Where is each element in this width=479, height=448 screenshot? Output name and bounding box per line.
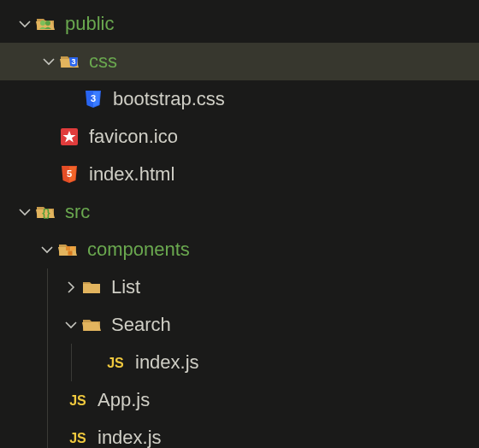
tree-item-index-html[interactable]: index.html [0, 156, 479, 193]
tree-item-label: Search [111, 315, 171, 335]
tree-item-label: App.js [98, 390, 150, 410]
css-file-icon [82, 88, 104, 110]
chevron-down-icon [39, 55, 58, 68]
folder-icon [80, 276, 103, 298]
folder-icon [80, 314, 103, 336]
folder-shared-icon [34, 13, 56, 35]
tree-item-label: index.html [89, 164, 174, 185]
tree-item-bootstrap-css[interactable]: bootstrap.css [0, 80, 479, 118]
tree-item-list[interactable]: List [0, 268, 479, 306]
tree-item-search-index-js[interactable]: index.js [0, 344, 479, 381]
tree-item-label: bootstrap.css [113, 89, 225, 109]
folder-src-icon [34, 201, 56, 223]
tree-item-css[interactable]: css [0, 43, 479, 80]
tree-item-src[interactable]: src [0, 193, 479, 231]
favicon-file-icon [58, 126, 80, 148]
folder-components-icon [56, 239, 79, 261]
tree-item-label: List [111, 277, 140, 298]
chevron-down-icon [15, 205, 34, 219]
tree-item-label: index.js [98, 427, 162, 448]
chevron-down-icon [62, 318, 80, 332]
tree-item-app-js[interactable]: App.js [0, 381, 479, 419]
tree-item-label: public [65, 14, 114, 34]
chevron-down-icon [15, 17, 34, 31]
chevron-down-icon [38, 243, 56, 256]
tree-item-favicon[interactable]: favicon.ico [0, 118, 479, 156]
tree-item-label: src [65, 202, 90, 222]
js-file-icon [104, 351, 127, 374]
tree-item-index-js[interactable]: index.js [0, 419, 479, 448]
tree-item-label: index.js [135, 352, 199, 373]
tree-item-label: components [87, 239, 190, 260]
file-explorer-tree[interactable]: public css bootstrap.css favicon.ico ind… [0, 0, 479, 448]
tree-item-search[interactable]: Search [0, 306, 479, 344]
html-file-icon [58, 163, 80, 186]
chevron-right-icon [62, 280, 80, 294]
tree-item-label: favicon.ico [89, 127, 178, 147]
folder-css-icon [58, 50, 80, 73]
tree-item-public[interactable]: public [0, 5, 479, 43]
tree-item-label: css [89, 51, 117, 72]
js-file-icon [67, 427, 89, 448]
js-file-icon [67, 389, 89, 411]
tree-item-components[interactable]: components [0, 231, 479, 268]
